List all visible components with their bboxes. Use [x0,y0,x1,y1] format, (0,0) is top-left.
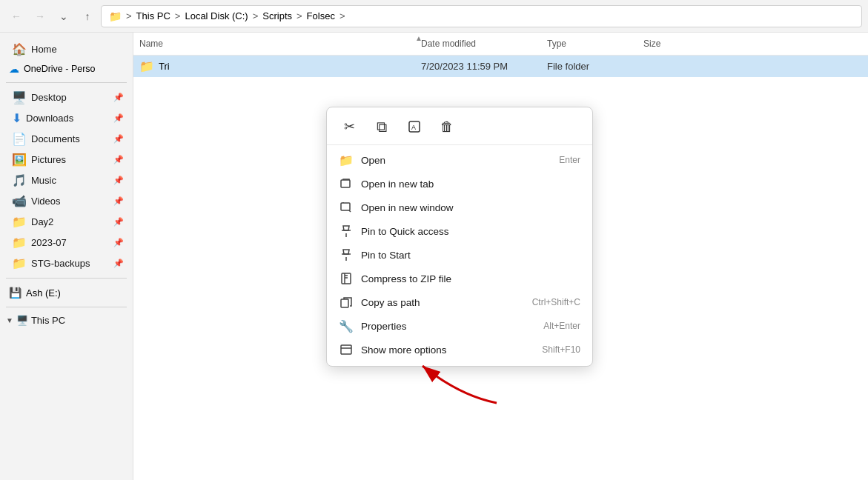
folder-2023-icon: 📁 [12,236,27,250]
ctx-properties-icon: 🔧 [339,319,354,333]
file-size [637,64,697,69]
sidebar-2023-label: 2023-07 [31,237,109,248]
sidebar-videos-label: Videos [31,196,109,207]
column-headers: ▲ Name Date modified Type Size [133,33,868,56]
ctx-copy-path-icon [339,295,354,310]
pin-day2-icon: 📌 [113,217,124,227]
pin-documents-icon: 📌 [113,134,124,144]
title-bar: ← → ⌄ ↑ 📁 > This PC > Local Disk (C:) > … [0,0,868,33]
ctx-copy-button[interactable]: ⧉ [368,115,395,139]
address-bar[interactable]: 📁 > This PC > Local Disk (C:) > Scripts … [101,5,862,27]
ctx-more-icon [339,342,354,357]
sidebar-item-stg[interactable]: 📁 STG-backups 📌 [3,253,130,273]
col-header-name[interactable]: Name [133,36,415,52]
sidebar-item-ash-drive[interactable]: 💾 Ash (E:) [0,283,133,302]
forward-button[interactable]: → [30,6,50,27]
table-row[interactable]: 📁 Tri 7/20/2023 11:59 PM File folder [133,56,868,77]
ctx-item-copy-path[interactable]: Copy as path Ctrl+Shift+C [327,290,592,314]
ctx-more-label: Show more options [361,344,534,356]
downloads-icon: ⬇ [12,111,21,125]
ctx-rename-button[interactable]: A [401,115,428,139]
up-button[interactable]: ↑ [77,6,98,27]
ctx-item-properties[interactable]: 🔧 Properties Alt+Enter [327,314,592,338]
this-pc-label: This PC [31,315,65,326]
ctx-item-show-more[interactable]: Show more options Shift+F10 [327,338,592,361]
crumb-this-pc[interactable]: This PC [136,10,170,21]
address-folder-icon: 📁 [109,10,122,22]
main-area: 🏠 Home ☁ OneDrive - Perso 🖥️ Desktop 📌 ⬇… [0,33,868,480]
sidebar-item-documents[interactable]: 📄 Documents 📌 [3,129,130,149]
sidebar-stg-label: STG-backups [31,258,109,269]
sidebar-item-2023[interactable]: 📁 2023-07 📌 [3,233,130,253]
context-toolbar: ✂ ⧉ A 🗑 [327,112,592,145]
sidebar: 🏠 Home ☁ OneDrive - Perso 🖥️ Desktop 📌 ⬇… [0,33,133,480]
recent-button[interactable]: ⌄ [53,6,74,27]
sidebar-this-pc[interactable]: ▼ 🖥️ This PC [0,312,133,329]
pin-videos-icon: 📌 [113,196,124,206]
pin-2023-icon: 📌 [113,238,124,247]
ctx-open-label: Open [361,155,551,166]
file-date: 7/20/2023 11:59 PM [415,59,541,74]
ctx-delete-button[interactable]: 🗑 [434,115,460,139]
crumb-local-disk[interactable]: Local Disk (C:) [185,10,248,21]
pin-downloads-icon: 📌 [113,113,124,123]
back-button[interactable]: ← [6,6,27,27]
ctx-copy-path-shortcut: Ctrl+Shift+C [532,297,580,307]
sidebar-item-home[interactable]: 🏠 Home [3,39,130,59]
stg-icon: 📁 [12,256,27,270]
ctx-item-pin-quick-access[interactable]: Pin to Quick access [327,219,592,243]
file-folder-icon: 📁 [139,59,154,73]
videos-icon: 📹 [12,194,27,208]
this-pc-chevron: ▼ [6,316,13,324]
ctx-properties-label: Properties [361,321,536,332]
day2-icon: 📁 [12,215,27,229]
col-header-date[interactable]: Date modified [415,36,541,52]
ctx-pin-start-icon [339,247,354,262]
sidebar-item-onedrive[interactable]: ☁ OneDrive - Perso [3,60,130,78]
pin-desktop-icon: 📌 [113,93,124,102]
ctx-zip-label: Compress to ZIP file [361,273,573,284]
sidebar-item-pictures[interactable]: 🖼️ Pictures 📌 [3,150,130,170]
ctx-zip-icon [339,271,354,286]
sidebar-divider-3 [6,307,127,307]
sidebar-divider-2 [6,278,127,279]
ctx-pin-start-label: Pin to Start [361,250,573,261]
sidebar-pictures-label: Pictures [31,154,109,165]
ctx-open-shortcut: Enter [559,155,580,165]
sidebar-divider-1 [6,82,127,83]
crumb-scripts[interactable]: Scripts [262,10,292,21]
desktop-icon: 🖥️ [12,90,27,104]
sidebar-item-day2[interactable]: 📁 Day2 📌 [3,212,130,232]
svg-rect-3 [341,203,350,210]
pin-pictures-icon: 📌 [113,155,124,164]
documents-icon: 📄 [12,132,27,146]
drive-icon: 💾 [9,287,21,299]
sidebar-day2-label: Day2 [31,216,109,227]
this-pc-icon: 🖥️ [16,315,28,326]
ctx-item-compress-zip[interactable]: Compress to ZIP file [327,267,592,290]
sidebar-item-desktop[interactable]: 🖥️ Desktop 📌 [3,87,130,107]
ctx-item-open-new-tab[interactable]: Open in new tab [327,172,592,196]
ctx-item-open-new-window[interactable]: Open in new window [327,196,592,219]
ctx-item-open[interactable]: 📁 Open Enter [327,148,592,172]
col-header-type[interactable]: Type [541,36,637,52]
sidebar-item-videos[interactable]: 📹 Videos 📌 [3,191,130,211]
pictures-icon: 🖼️ [12,153,27,167]
svg-rect-2 [341,180,350,187]
sidebar-home-label: Home [31,44,124,55]
col-header-size[interactable]: Size [637,36,697,52]
pin-music-icon: 📌 [113,176,124,185]
sidebar-item-downloads[interactable]: ⬇ Downloads 📌 [3,108,130,128]
ctx-cut-button[interactable]: ✂ [336,115,362,139]
ctx-new-window-icon [339,200,354,215]
sidebar-item-music[interactable]: 🎵 Music 📌 [3,170,130,190]
ctx-new-tab-label: Open in new tab [361,179,573,190]
ctx-new-tab-icon [339,176,354,191]
ctx-properties-shortcut: Alt+Enter [543,321,580,331]
svg-rect-12 [341,299,348,307]
svg-rect-8 [342,273,351,284]
ctx-item-pin-start[interactable]: Pin to Start [327,243,592,267]
ctx-open-icon: 📁 [339,153,354,167]
file-type: File folder [541,59,637,74]
crumb-folsec[interactable]: Folsec [307,10,335,21]
